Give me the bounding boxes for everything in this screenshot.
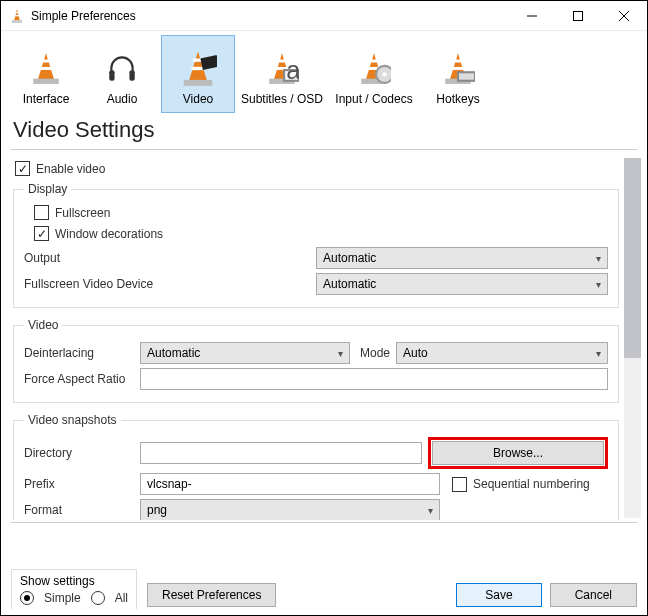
- reset-label: Reset Preferences: [162, 588, 261, 602]
- fsdev-select[interactable]: Automatic: [316, 273, 608, 295]
- deinterlacing-label: Deinterlacing: [24, 346, 134, 360]
- show-settings-group: Show settings Simple All: [11, 569, 137, 609]
- svg-rect-10: [42, 60, 51, 63]
- close-button[interactable]: [601, 1, 647, 30]
- enable-video-label: Enable video: [36, 162, 105, 176]
- svg-rect-21: [278, 60, 287, 63]
- save-label: Save: [485, 588, 512, 602]
- cone-text-icon: ab: [262, 48, 302, 88]
- footer: Show settings Simple All Reset Preferenc…: [11, 569, 637, 609]
- output-value: Automatic: [323, 251, 376, 265]
- svg-rect-33: [454, 60, 463, 63]
- svg-rect-11: [40, 67, 51, 70]
- svg-rect-1: [12, 20, 22, 23]
- output-label: Output: [24, 251, 310, 265]
- divider: [11, 522, 637, 523]
- scrollbar[interactable]: [624, 158, 641, 518]
- svg-rect-18: [200, 55, 217, 70]
- svg-rect-35: [458, 72, 475, 81]
- svg-rect-2: [15, 12, 18, 13]
- mode-value: Auto: [403, 346, 428, 360]
- tab-label: Video: [183, 92, 213, 106]
- fullscreen-checkbox[interactable]: [34, 205, 49, 220]
- cone-icon: [26, 48, 66, 88]
- tab-subtitles[interactable]: ab Subtitles / OSD: [237, 35, 327, 113]
- minimize-button[interactable]: [509, 1, 555, 30]
- sequential-checkbox[interactable]: [452, 477, 467, 492]
- prefix-label: Prefix: [24, 477, 134, 491]
- page-title: Video Settings: [1, 113, 647, 149]
- display-legend: Display: [24, 182, 71, 196]
- tab-label: Interface: [23, 92, 70, 106]
- browse-button[interactable]: Browse...: [432, 441, 604, 465]
- snapshots-group: Video snapshots Directory Browse... Pref…: [13, 413, 619, 520]
- window-title: Simple Preferences: [31, 9, 509, 23]
- show-settings-all-radio[interactable]: [91, 591, 105, 605]
- directory-input[interactable]: [140, 442, 422, 464]
- svg-rect-5: [574, 11, 583, 20]
- svg-rect-15: [184, 80, 213, 86]
- fsdev-label: Fullscreen Video Device: [24, 277, 310, 291]
- app-icon: [9, 8, 25, 24]
- settings-panel: Enable video Display Fullscreen Window d…: [11, 150, 621, 520]
- browse-label: Browse...: [493, 446, 543, 460]
- show-settings-label: Show settings: [20, 574, 128, 588]
- show-settings-simple-radio[interactable]: [20, 591, 34, 605]
- enable-video-checkbox[interactable]: [15, 161, 30, 176]
- tab-label: Input / Codecs: [335, 92, 412, 106]
- mode-select[interactable]: Auto: [396, 342, 608, 364]
- svg-point-30: [383, 72, 387, 76]
- format-value: png: [147, 503, 167, 517]
- category-toolbar: Interface Audio Video ab Subtitles / OSD…: [1, 31, 647, 113]
- headphones-icon: [102, 48, 142, 88]
- tab-label: Audio: [107, 92, 138, 106]
- reset-preferences-button[interactable]: Reset Preferences: [147, 583, 276, 607]
- tab-audio[interactable]: Audio: [85, 35, 159, 113]
- all-label: All: [115, 591, 128, 605]
- force-aspect-label: Force Aspect Ratio: [24, 372, 134, 386]
- sequential-label: Sequential numbering: [473, 477, 590, 491]
- fullscreen-label: Fullscreen: [55, 206, 110, 220]
- save-button[interactable]: Save: [456, 583, 541, 607]
- video-group: Video Deinterlacing Automatic Mode Auto …: [13, 318, 619, 403]
- deinterlacing-select[interactable]: Automatic: [140, 342, 350, 364]
- svg-rect-3: [15, 15, 20, 16]
- format-select[interactable]: png: [140, 499, 440, 520]
- display-group: Display Fullscreen Window decorations Ou…: [13, 182, 619, 308]
- deinterlacing-value: Automatic: [147, 346, 200, 360]
- tab-label: Subtitles / OSD: [241, 92, 323, 106]
- snapshots-legend: Video snapshots: [24, 413, 121, 427]
- scrollbar-thumb[interactable]: [624, 158, 641, 358]
- tab-video[interactable]: Video: [161, 35, 235, 113]
- prefix-value: vlcsnap-: [147, 477, 192, 491]
- window-decorations-label: Window decorations: [55, 227, 163, 241]
- tab-interface[interactable]: Interface: [9, 35, 83, 113]
- highlight-box: Browse...: [428, 437, 608, 469]
- svg-rect-13: [129, 70, 134, 81]
- fsdev-value: Automatic: [323, 277, 376, 291]
- cone-clapboard-icon: [178, 48, 218, 88]
- output-select[interactable]: Automatic: [316, 247, 608, 269]
- mode-label: Mode: [360, 346, 390, 360]
- tab-hotkeys[interactable]: Hotkeys: [421, 35, 495, 113]
- maximize-button[interactable]: [555, 1, 601, 30]
- cone-keyboard-icon: [438, 48, 478, 88]
- format-label: Format: [24, 503, 134, 517]
- svg-rect-9: [33, 79, 59, 84]
- svg-text:ab: ab: [286, 56, 299, 84]
- tab-input-codecs[interactable]: Input / Codecs: [329, 35, 419, 113]
- cancel-button[interactable]: Cancel: [550, 583, 637, 607]
- cone-disc-icon: [354, 48, 394, 88]
- preferences-window: Simple Preferences Interface Audio Video…: [0, 0, 648, 616]
- window-decorations-checkbox[interactable]: [34, 226, 49, 241]
- directory-label: Directory: [24, 446, 134, 460]
- simple-label: Simple: [44, 591, 81, 605]
- svg-rect-27: [370, 60, 379, 63]
- tab-label: Hotkeys: [436, 92, 479, 106]
- prefix-input[interactable]: vlcsnap-: [140, 473, 440, 495]
- video-legend: Video: [24, 318, 62, 332]
- force-aspect-input[interactable]: [140, 368, 608, 390]
- cancel-label: Cancel: [575, 588, 612, 602]
- svg-rect-12: [109, 70, 114, 81]
- titlebar: Simple Preferences: [1, 1, 647, 31]
